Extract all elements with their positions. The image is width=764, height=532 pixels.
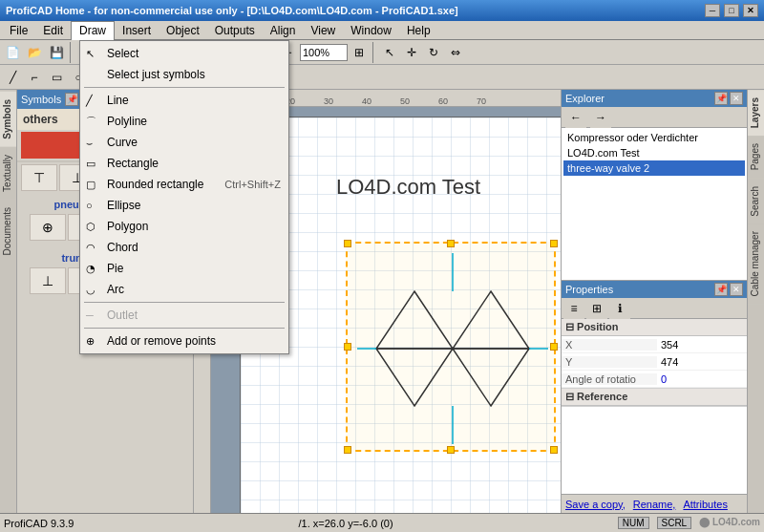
properties-pin-button[interactable]: 📌 bbox=[714, 283, 728, 296]
new-button[interactable]: 📄 bbox=[2, 42, 23, 63]
status-right: NUM SCRL ⬤ LO4D.com bbox=[618, 517, 760, 529]
num-indicator: NUM bbox=[618, 517, 649, 529]
handle-br[interactable] bbox=[550, 446, 558, 454]
textually-tab[interactable]: Textually bbox=[0, 147, 16, 200]
explorer-item-2[interactable]: LO4D.com Test bbox=[563, 145, 745, 160]
handle-mr[interactable] bbox=[550, 343, 558, 351]
select-button[interactable]: ↖ bbox=[379, 42, 400, 63]
draw-arc[interactable]: ◡ Arc bbox=[80, 279, 288, 300]
explorer-header-controls: 📌 ✕ bbox=[714, 92, 743, 105]
pneumatic-sym-1[interactable]: ⊕ bbox=[30, 214, 66, 241]
draw-polygon[interactable]: ⬡ Polygon bbox=[80, 216, 288, 237]
close-button[interactable]: ✕ bbox=[743, 4, 758, 17]
prop-sort-button[interactable]: ≡ bbox=[563, 298, 584, 319]
properties-header: Properties 📌 ✕ bbox=[562, 281, 747, 298]
handle-tm[interactable] bbox=[447, 240, 455, 247]
symbols-pin-button[interactable]: 📌 bbox=[65, 93, 78, 106]
draw-polyline[interactable]: ⌒ Polyline bbox=[80, 111, 288, 132]
titlebar-controls: ─ □ ✕ bbox=[705, 4, 758, 17]
position-label: /1. x=26.0 y=-6.0 (0) bbox=[299, 518, 393, 529]
menu-window[interactable]: Window bbox=[343, 21, 399, 40]
position-section-header: ⊟ Position bbox=[562, 319, 747, 336]
arc-icon: ◡ bbox=[86, 284, 96, 296]
scrl-indicator: SCRL bbox=[657, 517, 692, 529]
canvas-title-text: LO4D.com Test bbox=[336, 175, 480, 200]
open-button[interactable]: 📂 bbox=[24, 42, 45, 63]
handle-bl[interactable] bbox=[344, 446, 351, 454]
menu-object[interactable]: Object bbox=[159, 21, 207, 40]
menu-file[interactable]: File bbox=[2, 21, 35, 40]
pie-icon: ◔ bbox=[86, 263, 96, 275]
prop-angle-row: Angle of rotatio 0 bbox=[562, 371, 747, 388]
rotate-button[interactable]: ↻ bbox=[423, 42, 444, 63]
watermark-label: ⬤ LO4D.com bbox=[699, 517, 760, 529]
zoom-input[interactable] bbox=[300, 44, 348, 61]
draw-add-remove-points[interactable]: ⊕ Add or remove points bbox=[80, 330, 288, 351]
polyline-icon: ⌒ bbox=[86, 115, 96, 129]
save-button[interactable]: 💾 bbox=[46, 42, 67, 63]
minimize-button[interactable]: ─ bbox=[705, 4, 720, 17]
explorer-pin-button[interactable]: 📌 bbox=[714, 92, 728, 105]
prop-info-button[interactable]: ℹ bbox=[609, 298, 630, 319]
menu-help[interactable]: Help bbox=[399, 21, 438, 40]
draw-ellipse[interactable]: ○ Ellipse bbox=[80, 195, 288, 216]
handle-tl[interactable] bbox=[344, 240, 351, 247]
line-tool-button[interactable]: ╱ bbox=[2, 67, 23, 88]
sym-1[interactable]: ⊤ bbox=[21, 164, 57, 191]
prop-cat-button[interactable]: ⊞ bbox=[586, 298, 607, 319]
menu-insert[interactable]: Insert bbox=[115, 21, 159, 40]
statusbar: ProfiCAD 9.3.9 /1. x=26.0 y=-6.0 (0) NUM… bbox=[0, 513, 764, 532]
cable-manager-tab[interactable]: Cable manager bbox=[748, 223, 764, 304]
prop-angle-value: 0 bbox=[657, 373, 747, 385]
handle-tr[interactable] bbox=[550, 240, 558, 247]
save-copy-link[interactable]: Save a copy, bbox=[565, 499, 626, 510]
documents-tab[interactable]: Documents bbox=[0, 200, 16, 264]
explorer-forward-button[interactable]: → bbox=[590, 107, 611, 128]
draw-select-symbols[interactable]: Select just symbols bbox=[80, 64, 288, 85]
search-tab[interactable]: Search bbox=[748, 179, 764, 224]
menu-align[interactable]: Align bbox=[263, 21, 304, 40]
menu-edit[interactable]: Edit bbox=[35, 21, 71, 40]
explorer-item-1[interactable]: Kompressor oder Verdichter bbox=[563, 130, 745, 145]
version-label: ProfiCAD 9.3.9 bbox=[4, 518, 74, 529]
handle-ml[interactable] bbox=[344, 343, 351, 351]
properties-close-button[interactable]: ✕ bbox=[730, 283, 743, 296]
rect-tool-button[interactable]: ▭ bbox=[46, 67, 67, 88]
prop-y-value: 474 bbox=[657, 356, 747, 368]
menu-draw[interactable]: Draw bbox=[71, 21, 115, 40]
ellipse-icon: ○ bbox=[86, 200, 93, 211]
layers-tab[interactable]: Layers bbox=[748, 90, 764, 136]
menu-view[interactable]: View bbox=[303, 21, 343, 40]
explorer-item-3[interactable]: three-way valve 2 bbox=[563, 160, 745, 176]
handle-bm[interactable] bbox=[447, 446, 455, 454]
fit-button[interactable]: ⊞ bbox=[349, 42, 370, 63]
prop-y-label: Y bbox=[562, 356, 657, 368]
mirror-button[interactable]: ⇔ bbox=[445, 42, 466, 63]
rename-link[interactable]: Rename, bbox=[633, 499, 676, 510]
menu-outputs[interactable]: Outputs bbox=[207, 21, 263, 40]
explorer-header: Explorer 📌 ✕ bbox=[562, 90, 747, 107]
draw-rectangle[interactable]: ▭ Rectangle bbox=[80, 153, 288, 174]
prop-angle-label: Angle of rotatio bbox=[562, 373, 657, 385]
symbols-tab[interactable]: Symbols bbox=[0, 92, 16, 147]
draw-curve[interactable]: ⌣ Curve bbox=[80, 132, 288, 153]
maximize-button[interactable]: □ bbox=[724, 4, 739, 17]
svg-marker-3 bbox=[453, 349, 529, 406]
draw-chord[interactable]: ◠ Chord bbox=[80, 237, 288, 258]
toolbar-sep1 bbox=[70, 42, 74, 63]
svg-marker-2 bbox=[376, 349, 453, 406]
draw-sep-2 bbox=[84, 302, 285, 303]
draw-outlet[interactable]: ─ Outlet bbox=[80, 305, 288, 326]
draw-pie[interactable]: ◔ Pie bbox=[80, 258, 288, 279]
attributes-link[interactable]: Attributes bbox=[683, 499, 727, 510]
move-button[interactable]: ✛ bbox=[401, 42, 422, 63]
draw-rounded-rect[interactable]: ▢ Rounded rectangle Ctrl+Shift+Z bbox=[80, 174, 288, 195]
pages-tab[interactable]: Pages bbox=[748, 136, 764, 178]
wire-tool-button[interactable]: ⌐ bbox=[24, 67, 45, 88]
trunking-sym-1[interactable]: ⊥ bbox=[30, 267, 66, 294]
explorer-close-button[interactable]: ✕ bbox=[730, 92, 743, 105]
draw-line[interactable]: ╱ Line bbox=[80, 90, 288, 111]
explorer-back-button[interactable]: ← bbox=[565, 107, 586, 128]
draw-select[interactable]: ↖ Select bbox=[80, 43, 288, 64]
position-section: ⊟ Position X 354 Y 474 Angle of rotatio … bbox=[562, 319, 747, 389]
